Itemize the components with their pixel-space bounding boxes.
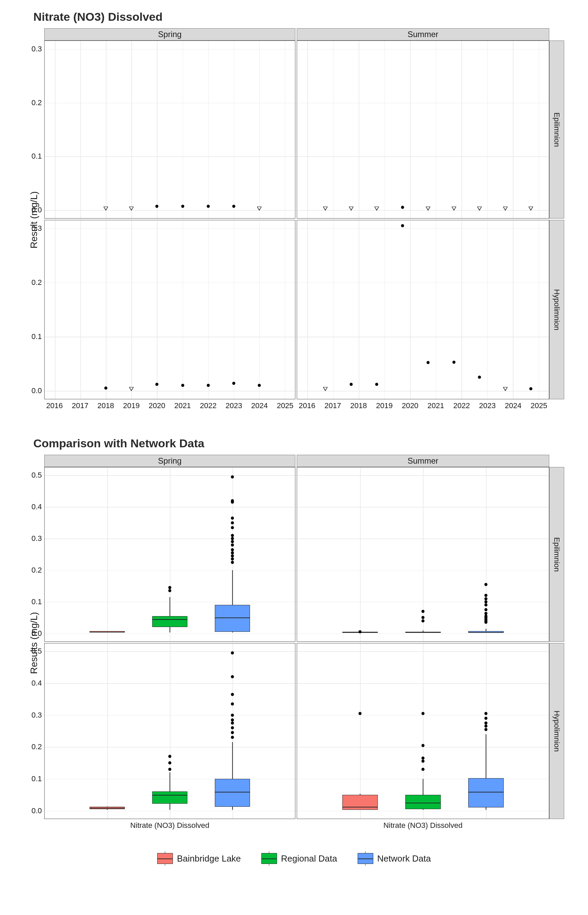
chart2-panel-summer-epi: [297, 467, 549, 642]
outlier-point: [231, 537, 234, 540]
data-point: [155, 205, 158, 208]
legend-key-bainbridge: [157, 853, 173, 864]
data-point: [374, 207, 379, 211]
data-point: [401, 224, 404, 227]
outlier-point: [359, 630, 362, 634]
data-point: [452, 207, 456, 211]
boxplot-box: [405, 795, 441, 809]
data-point: [426, 207, 430, 211]
chart2-panel-spring-hypo: 0.00.10.20.30.40.5: [44, 643, 296, 819]
outlier-point: [422, 609, 425, 613]
outlier-point: [168, 755, 171, 758]
data-point: [129, 207, 134, 211]
outlier-point: [231, 718, 234, 721]
chart1-row-strip-epi: Epilimnion: [549, 40, 564, 218]
boxplot-box: [342, 795, 378, 810]
page: Nitrate (NO3) Dissolved Result (mg/L) Sp…: [0, 0, 588, 915]
data-point: [478, 376, 481, 379]
outlier-point: [422, 757, 425, 760]
chart1-row-strip-hypo: Hypolimnion: [549, 220, 564, 399]
outlier-point: [485, 608, 488, 611]
chart1-x-axis-right: 2016201720182019202020212022202320242025: [297, 399, 549, 416]
legend-label: Bainbridge Lake: [177, 854, 241, 864]
chart2-title: Comparison with Network Data: [33, 437, 564, 450]
outlier-point: [485, 583, 488, 586]
outlier-point: [231, 521, 234, 524]
outlier-point: [168, 589, 171, 592]
chart1-panel-spring-epi: 0.00.10.20.3: [44, 40, 296, 218]
legend-key-regional: [261, 853, 277, 864]
outlier-point: [231, 713, 234, 716]
boxplot-box: [405, 632, 441, 632]
data-point: [452, 361, 455, 364]
legend-key-network: [358, 853, 373, 864]
outlier-point: [485, 594, 488, 597]
chart1-panel-spring-hypo: 0.00.10.20.3: [44, 220, 296, 399]
data-point: [427, 361, 430, 364]
data-point: [232, 205, 235, 208]
outlier-point: [168, 768, 171, 771]
outlier-point: [485, 603, 488, 606]
data-point: [103, 207, 108, 211]
data-point: [528, 207, 533, 211]
outlier-point: [422, 760, 425, 763]
chart2-panel-summer-hypo: [297, 643, 549, 819]
data-point: [181, 205, 184, 208]
outlier-point: [231, 554, 234, 558]
data-point: [129, 387, 134, 391]
data-point: [105, 387, 108, 390]
chart2-x-axis-right: Nitrate (NO3) Dissolved: [297, 819, 549, 836]
outlier-point: [231, 561, 234, 564]
data-point: [477, 207, 482, 211]
data-point: [323, 207, 328, 211]
chart2-x-axis-left: Nitrate (NO3) Dissolved: [44, 819, 296, 836]
boxplot-box: [215, 605, 250, 632]
boxplot-box: [152, 791, 187, 804]
outlier-point: [485, 600, 488, 603]
outlier-point: [485, 725, 488, 728]
outlier-point: [231, 736, 234, 739]
outlier-point: [231, 475, 234, 478]
outlier-point: [422, 616, 425, 619]
outlier-point: [422, 619, 425, 622]
data-point: [323, 387, 328, 391]
outlier-point: [485, 728, 488, 731]
data-point: [503, 387, 508, 391]
data-point: [155, 383, 158, 386]
outlier-point: [231, 534, 234, 537]
boxplot-box: [89, 807, 124, 809]
legend-item-regional: Regional Data: [261, 853, 337, 864]
outlier-point: [231, 726, 234, 729]
outlier-point: [231, 551, 234, 554]
boxplot-box: [215, 779, 250, 807]
outlier-point: [231, 702, 234, 705]
outlier-point: [231, 499, 234, 502]
legend-item-bainbridge: Bainbridge Lake: [157, 853, 241, 864]
legend-item-network: Network Data: [358, 853, 431, 864]
chart1-x-axis-left: 2016201720182019202020212022202320242025: [44, 399, 296, 416]
outlier-point: [231, 548, 234, 551]
legend-label: Network Data: [377, 854, 431, 864]
chart2-row-strip-hypo: Hypolimnion: [549, 643, 564, 819]
boxplot-box: [152, 616, 187, 627]
data-point: [349, 383, 352, 386]
chart2-panel-spring-epi: 0.00.10.20.30.40.5: [44, 467, 296, 642]
outlier-point: [231, 543, 234, 546]
outlier-point: [485, 712, 488, 715]
outlier-point: [231, 675, 234, 678]
chart2-row-strip-epi: Epilimnion: [549, 467, 564, 642]
chart1-col-strip-summer: Summer: [297, 28, 549, 40]
chart1-panel-summer-hypo: [297, 220, 549, 399]
legend-label: Regional Data: [281, 854, 337, 864]
data-point: [349, 207, 354, 211]
outlier-point: [485, 597, 488, 600]
outlier-point: [231, 540, 234, 543]
outlier-point: [485, 717, 488, 720]
data-point: [258, 384, 261, 387]
data-point: [503, 207, 508, 211]
outlier-point: [422, 768, 425, 771]
chart2-col-strip-spring: Spring: [44, 455, 296, 467]
data-point: [207, 384, 210, 387]
outlier-point: [231, 526, 234, 529]
data-point: [257, 207, 262, 211]
